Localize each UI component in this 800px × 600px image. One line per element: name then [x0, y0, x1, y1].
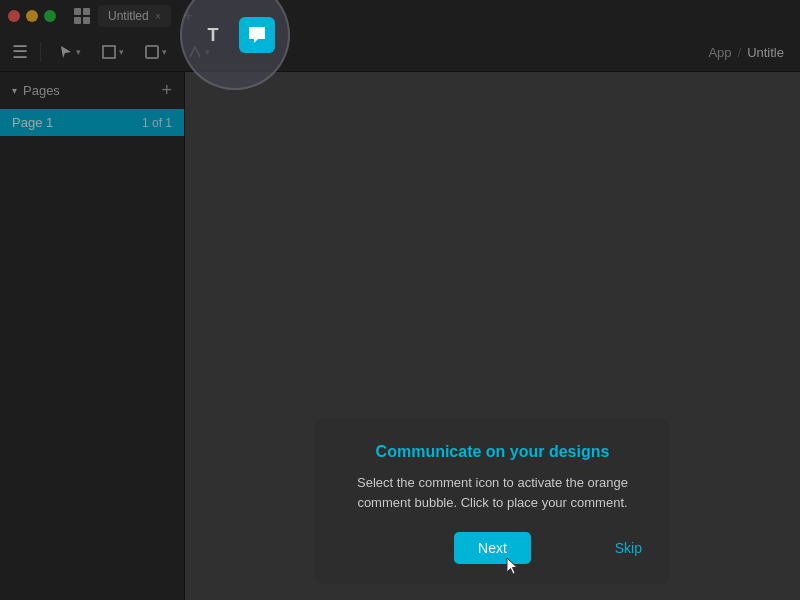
page-1-label: Page 1: [12, 115, 53, 130]
next-button[interactable]: Next: [454, 532, 531, 564]
tab-untitled[interactable]: Untitled ×: [98, 5, 171, 27]
tooltip-title: Communicate on your designs: [343, 443, 642, 461]
text-tool-label: T: [208, 25, 219, 46]
comment-tool-icon: [247, 25, 267, 45]
breadcrumb: App / Untitle: [708, 32, 784, 72]
maximize-dot[interactable]: [44, 10, 56, 22]
tooltip-actions: Next Skip: [343, 532, 642, 564]
tab-label: Untitled: [108, 9, 149, 23]
tooltip-body: Select the comment icon to activate the …: [343, 473, 642, 512]
page-1-count: 1 of 1: [142, 116, 172, 130]
page-1-item[interactable]: Page 1 1 of 1: [0, 109, 184, 136]
svg-rect-2: [146, 46, 158, 58]
frame-tool-icon: [101, 44, 117, 60]
sidebar-pages-label-group: ▾ Pages: [12, 83, 60, 98]
breadcrumb-current-page: Untitle: [747, 45, 784, 60]
breadcrumb-separator: /: [738, 45, 742, 60]
add-page-button[interactable]: +: [161, 80, 172, 101]
move-tool-icon: [58, 44, 74, 60]
frame-chevron-icon: ▾: [119, 47, 124, 57]
shape-tool-icon: [144, 44, 160, 60]
menu-icon[interactable]: ☰: [12, 41, 28, 63]
move-chevron-icon: ▾: [76, 47, 81, 57]
toolbar: ☰ ▾ ▾ ▾ ▾ App / Untitle: [0, 32, 800, 72]
pages-chevron-icon: ▾: [12, 85, 17, 96]
canvas-area[interactable]: Communicate on your designs Select the c…: [185, 72, 800, 600]
breadcrumb-app: App: [708, 45, 731, 60]
grid-icon[interactable]: [74, 8, 90, 24]
svg-marker-0: [61, 46, 71, 58]
tooltip-modal: Communicate on your designs Select the c…: [315, 419, 670, 584]
shape-chevron-icon: ▾: [162, 47, 167, 57]
pages-label: Pages: [23, 83, 60, 98]
cursor-indicator: [505, 556, 519, 576]
toolbar-separator-1: [40, 42, 41, 62]
tab-close-icon[interactable]: ×: [155, 10, 161, 22]
skip-button[interactable]: Skip: [615, 540, 642, 556]
text-tool-button[interactable]: T: [195, 17, 231, 53]
frame-tool-button[interactable]: ▾: [96, 41, 129, 63]
svg-rect-1: [103, 46, 115, 58]
sidebar-pages-header: ▾ Pages +: [0, 72, 184, 109]
close-dot[interactable]: [8, 10, 20, 22]
move-tool-button[interactable]: ▾: [53, 41, 86, 63]
shape-tool-button[interactable]: ▾: [139, 41, 172, 63]
minimize-dot[interactable]: [26, 10, 38, 22]
titlebar: Untitled × +: [0, 0, 800, 32]
sidebar: ▾ Pages + Page 1 1 of 1: [0, 72, 185, 600]
main-area: ▾ Pages + Page 1 1 of 1 Communicate on y…: [0, 72, 800, 600]
traffic-lights: [8, 10, 56, 22]
comment-tool-button[interactable]: [239, 17, 275, 53]
